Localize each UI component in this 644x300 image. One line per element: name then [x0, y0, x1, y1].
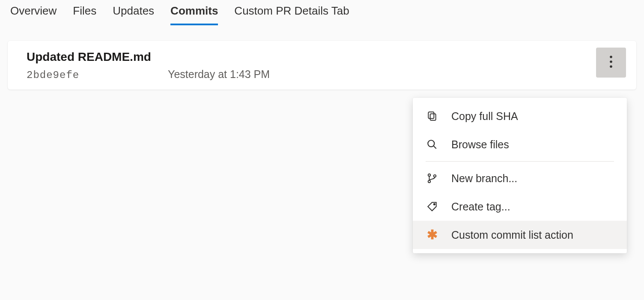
- svg-point-5: [428, 140, 434, 147]
- menu-item-browse-files[interactable]: Browse files: [413, 130, 627, 159]
- tab-custom-pr-details[interactable]: Custom PR Details Tab: [234, 4, 349, 25]
- svg-rect-4: [428, 112, 434, 118]
- tab-updates[interactable]: Updates: [113, 4, 154, 25]
- menu-label: Custom commit list action: [451, 229, 573, 241]
- menu-item-copy-sha[interactable]: Copy full SHA: [413, 102, 627, 130]
- menu-label: Create tag...: [451, 201, 510, 213]
- svg-line-6: [434, 146, 436, 149]
- commit-card: Updated README.md 2bde9efe Yesterday at …: [8, 41, 636, 90]
- pr-tabs: Overview Files Updates Commits Custom PR…: [0, 0, 644, 25]
- menu-label: Browse files: [451, 138, 509, 151]
- commit-context-menu: Copy full SHA Browse files New branch...: [413, 98, 627, 253]
- copy-icon: [426, 110, 438, 123]
- asterisk-icon: ✱: [426, 228, 438, 241]
- tag-icon: [426, 200, 438, 213]
- svg-rect-3: [430, 114, 436, 120]
- commit-title: Updated README.md: [27, 50, 625, 64]
- menu-divider: [426, 161, 614, 162]
- tab-commits[interactable]: Commits: [170, 4, 218, 25]
- menu-item-create-tag[interactable]: Create tag...: [413, 192, 627, 221]
- svg-point-0: [610, 56, 612, 58]
- search-icon: [426, 138, 438, 151]
- commit-meta: 2bde9efe Yesterday at 1:43 PM: [27, 68, 625, 81]
- menu-item-new-branch[interactable]: New branch...: [413, 164, 627, 192]
- branch-icon: [426, 172, 438, 185]
- svg-point-7: [428, 174, 430, 176]
- commit-sha: 2bde9efe: [27, 69, 168, 81]
- svg-point-2: [610, 65, 612, 68]
- svg-point-8: [428, 180, 430, 183]
- menu-item-custom-commit-action[interactable]: ✱ Custom commit list action: [413, 221, 627, 249]
- commit-timestamp: Yesterday at 1:43 PM: [168, 68, 270, 81]
- tab-files[interactable]: Files: [73, 4, 96, 25]
- svg-point-10: [434, 204, 435, 205]
- svg-point-1: [610, 60, 612, 63]
- tab-overview[interactable]: Overview: [10, 4, 57, 25]
- commit-more-button[interactable]: [596, 48, 626, 78]
- menu-label: New branch...: [451, 172, 517, 185]
- svg-point-9: [434, 175, 436, 177]
- menu-label: Copy full SHA: [451, 110, 518, 123]
- more-vertical-icon: [607, 56, 615, 69]
